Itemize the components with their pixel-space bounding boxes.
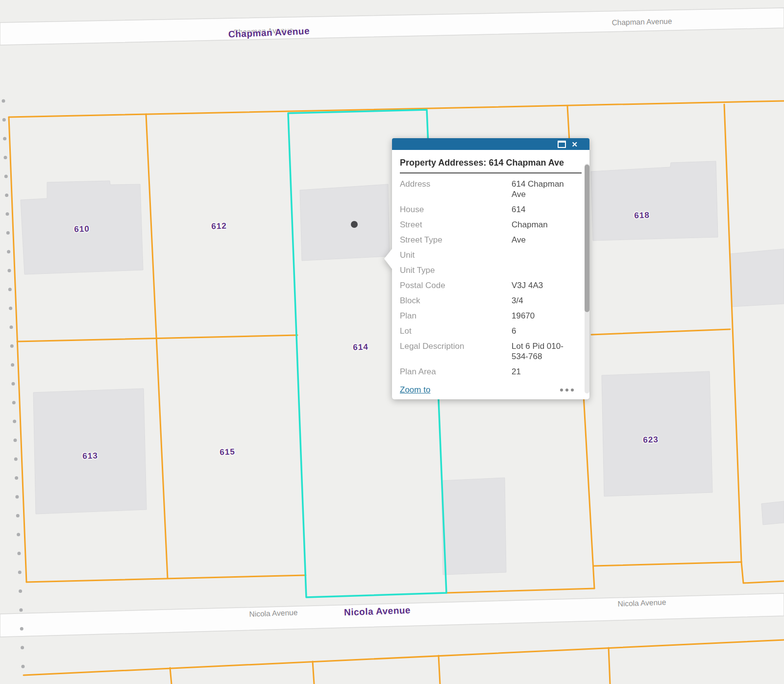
building-616	[441, 478, 506, 575]
parcel-label-610: 610	[74, 224, 90, 234]
feature-popup: ✕ Property Addresses: 614 Chapman Ave Ad…	[392, 138, 589, 399]
zoom-to-link[interactable]: Zoom to	[400, 385, 430, 395]
building-614	[300, 184, 390, 261]
parcel-label-614: 614	[353, 342, 368, 352]
field-row-unit: Unit	[400, 250, 582, 260]
parcel-label-618: 618	[634, 210, 650, 220]
field-row-plan-area: Plan Area21	[400, 366, 582, 377]
parcel-label-613: 613	[82, 451, 98, 461]
popup-scrollbar[interactable]	[585, 164, 589, 393]
field-row-postal-code: Postal CodeV3J 4A3	[400, 280, 582, 291]
popup-divider	[400, 172, 582, 173]
field-row-unit-type: Unit Type	[400, 265, 582, 275]
building-right-edge	[730, 249, 784, 307]
close-icon[interactable]: ✕	[571, 141, 578, 148]
popup-header: ✕	[392, 138, 589, 150]
field-row-plan: Plan19670	[400, 311, 582, 321]
field-row-legal-description: Legal DescriptionLot 6 Pid 010-534-768	[400, 341, 582, 362]
street-label-nicola-avenue-right: Nicola Avenue	[617, 598, 666, 608]
building-618	[591, 161, 718, 241]
popup-scrollbar-thumb[interactable]	[585, 165, 589, 312]
building-623	[602, 371, 712, 496]
field-row-street: StreetChapman	[400, 220, 582, 230]
street-label-chapman-avenue-right: Chapman Avenue	[612, 17, 672, 27]
more-options-ellipsis-icon[interactable]	[560, 389, 574, 391]
parcel-label-612: 612	[211, 221, 227, 231]
field-row-street-type: Street TypeAve	[400, 235, 582, 245]
dock-icon[interactable]	[558, 141, 566, 148]
popup-body: Property Addresses: 614 Chapman Ave Addr…	[392, 150, 589, 399]
selected-point-marker	[351, 221, 358, 228]
street-label-nicola-avenue-left: Nicola Avenue	[249, 608, 297, 618]
field-row-block: Block3/4	[400, 295, 582, 306]
field-row-house: House614	[400, 204, 582, 215]
building-right-edge-small	[761, 501, 784, 525]
parcel-label-623: 623	[643, 435, 659, 445]
popup-pointer-tail	[384, 249, 392, 269]
popup-title: Property Addresses: 614 Chapman Ave	[400, 158, 582, 168]
popup-fields: Address614 Chapman Ave House614 StreetCh…	[400, 179, 582, 377]
parcel-label-615: 615	[220, 447, 235, 457]
field-row-lot: Lot6	[400, 326, 582, 336]
field-row-address: Address614 Chapman Ave	[400, 179, 582, 199]
